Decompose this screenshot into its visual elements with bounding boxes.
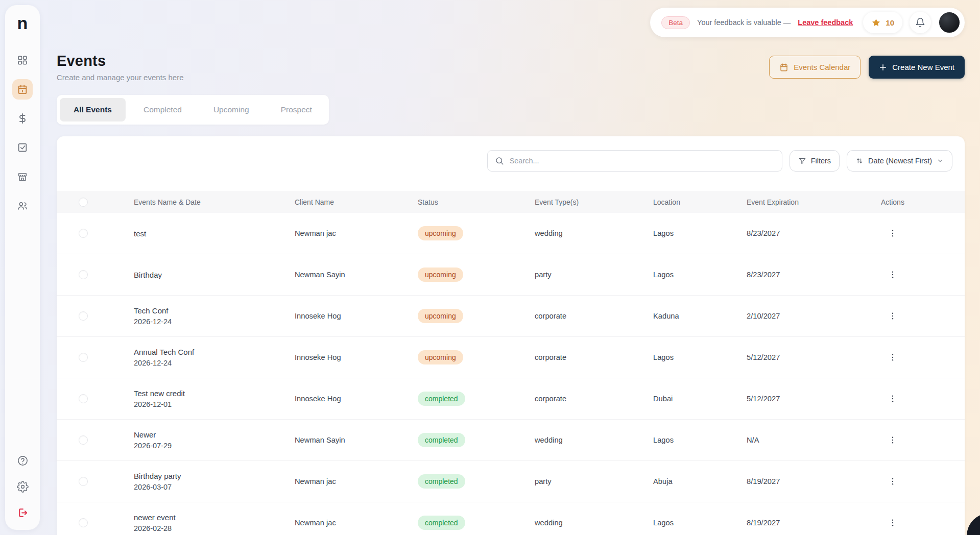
sort-button[interactable]: Date (Newest First) (847, 150, 952, 172)
select-all-checkbox[interactable] (79, 198, 88, 207)
leave-feedback-link[interactable]: Leave feedback (798, 18, 853, 27)
row-actions-button[interactable] (886, 516, 900, 530)
row-actions-button[interactable] (886, 226, 900, 240)
col-events-name-date: Events Name & Date (123, 198, 284, 206)
page-title: Events (57, 53, 184, 69)
sidebar-item-settings[interactable] (13, 477, 32, 496)
event-expiration: 5/12/2027 (736, 395, 870, 403)
row-actions-button[interactable] (886, 309, 900, 323)
feedback-bar: Beta Your feedback is valuable — Leave f… (650, 8, 965, 37)
actions-cell (870, 516, 965, 530)
status-badge: completed (418, 516, 465, 530)
row-check-cell (57, 435, 123, 445)
points-pill[interactable]: 10 (863, 12, 902, 33)
event-name: Test new credit (134, 389, 284, 398)
event-name-cell: Birthday (123, 271, 284, 279)
sidebar-item-dashboard[interactable] (12, 50, 33, 70)
row-actions-button[interactable] (886, 350, 900, 364)
client-name: Newman Sayin (284, 436, 407, 444)
sidebar-item-storefront[interactable] (12, 166, 33, 187)
row-actions-button[interactable] (886, 474, 900, 489)
event-type: wedding (524, 519, 642, 527)
event-expiration: 2/10/2027 (736, 312, 870, 320)
beta-badge: Beta (661, 16, 690, 29)
tasks-icon (17, 142, 28, 153)
tab-prospect[interactable]: Prospect (267, 98, 326, 121)
table-row: Tech Conf 2026-12-24 Innoseke Hog upcomi… (57, 296, 965, 337)
col-status: Status (407, 198, 524, 206)
row-checkbox[interactable] (79, 353, 88, 362)
tab-completed[interactable]: Completed (130, 98, 196, 121)
table-row: Test new credit 2026-12-01 Innoseke Hog … (57, 378, 965, 420)
row-check-cell (57, 518, 123, 527)
event-name: test (134, 229, 284, 238)
event-expiration: 8/19/2027 (736, 477, 870, 485)
table-row: newer event 2026-02-28 Newman jac comple… (57, 502, 965, 535)
kebab-icon (888, 394, 897, 403)
kebab-icon (888, 311, 897, 321)
create-new-event-button[interactable]: Create New Event (869, 56, 965, 79)
chat-bubble-button[interactable] (967, 513, 980, 535)
row-actions-button[interactable] (886, 433, 900, 447)
sidebar-bottom (13, 451, 32, 522)
row-check-cell (57, 477, 123, 486)
filters-button[interactable]: Filters (790, 150, 840, 172)
actions-cell (870, 268, 965, 282)
clients-icon (17, 200, 28, 211)
sidebar-item-logout[interactable] (13, 503, 32, 522)
table-row: Newer 2026-07-29 Newman Sayin completed … (57, 420, 965, 461)
sidebar-item-tasks[interactable] (12, 137, 33, 158)
sidebar-item-events[interactable] (12, 79, 33, 100)
event-location: Kaduna (642, 312, 736, 320)
sidebar-item-clients[interactable] (12, 196, 33, 216)
row-check-cell (57, 394, 123, 403)
row-check-cell (57, 270, 123, 279)
status-cell: upcoming (407, 350, 524, 364)
status-badge: upcoming (418, 226, 463, 240)
row-checkbox[interactable] (79, 477, 88, 486)
sidebar-item-finance[interactable] (12, 108, 33, 129)
finance-icon (17, 113, 28, 124)
avatar[interactable] (938, 11, 961, 34)
filter-funnel-icon (798, 157, 806, 165)
tab-upcoming[interactable]: Upcoming (200, 98, 263, 121)
page-title-block: Events Create and manage your events her… (57, 53, 184, 82)
tab-all-events[interactable]: All Events (60, 98, 126, 121)
event-expiration: 5/12/2027 (736, 353, 870, 361)
row-actions-button[interactable] (886, 392, 900, 406)
event-location: Lagos (642, 229, 736, 237)
event-expiration: N/A (736, 436, 870, 444)
status-badge: upcoming (418, 350, 463, 364)
sidebar-item-help[interactable] (13, 451, 32, 470)
status-badge: completed (418, 474, 465, 489)
table-header-row: Events Name & Date Client Name Status Ev… (57, 191, 965, 213)
event-expiration: 8/23/2027 (736, 229, 870, 237)
col-actions: Actions (870, 198, 965, 206)
client-name: Newman Sayin (284, 271, 407, 279)
row-check-cell (57, 311, 123, 321)
create-new-event-label: Create New Event (892, 63, 954, 71)
row-checkbox[interactable] (79, 270, 88, 279)
row-checkbox[interactable] (79, 435, 88, 445)
kebab-icon (888, 477, 897, 486)
topbar: Beta Your feedback is valuable — Leave f… (57, 8, 965, 37)
kebab-icon (888, 270, 897, 279)
actions-cell (870, 433, 965, 447)
events-calendar-label: Events Calendar (794, 63, 850, 71)
event-name: Newer (134, 430, 284, 439)
event-date: 2026-02-28 (134, 524, 284, 532)
kebab-icon (888, 353, 897, 362)
row-actions-button[interactable] (886, 268, 900, 282)
row-check-cell (57, 229, 123, 238)
search-input[interactable] (510, 157, 775, 165)
row-checkbox[interactable] (79, 229, 88, 238)
plus-icon (879, 63, 887, 71)
event-location: Lagos (642, 436, 736, 444)
notifications-button[interactable] (910, 12, 931, 33)
client-name: Innoseke Hog (284, 395, 407, 403)
events-calendar-button[interactable]: Events Calendar (769, 56, 861, 79)
row-checkbox[interactable] (79, 518, 88, 527)
row-checkbox[interactable] (79, 311, 88, 321)
row-checkbox[interactable] (79, 394, 88, 403)
event-name-cell: Birthday party 2026-03-07 (123, 472, 284, 491)
